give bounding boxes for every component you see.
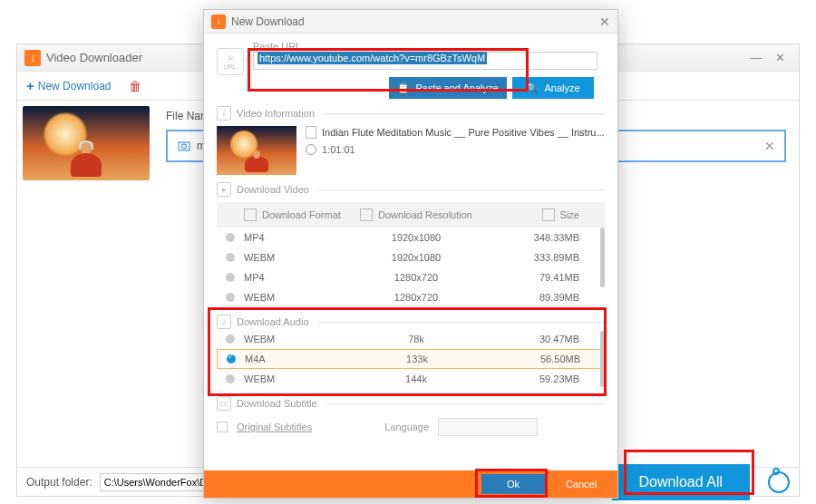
video-info-thumbnail [217, 126, 296, 175]
original-subtitles-label: Original Subtitles [237, 422, 312, 432]
ok-button[interactable]: Ok [481, 474, 545, 494]
paste-url-section: ⎘URL Paste URL https://www.youtube.com/w… [217, 41, 605, 99]
delete-button[interactable]: 🗑 [129, 79, 143, 93]
paste-url-label: Paste URL [253, 41, 605, 52]
video-rows: MP41920x1080348.33MB WEBM1920x1080333.89… [217, 228, 605, 307]
download-video-header: ▸ Download Video [217, 182, 605, 197]
output-folder-label: Output folder: [26, 476, 92, 489]
dialog-titlebar: ↓ New Download ✕ [204, 10, 617, 34]
audio-icon: ♪ [217, 315, 231, 329]
video-row[interactable]: WEBM1920x1080333.89MB [217, 247, 605, 267]
scrollbar[interactable] [600, 331, 605, 387]
video-row[interactable]: WEBM1280x72089.39MB [217, 287, 605, 307]
app-title: Video Downloader [46, 51, 142, 64]
cc-icon: CC [217, 396, 231, 411]
audio-row[interactable]: WEBM144k59.23MB [217, 369, 605, 389]
video-table-header: Download Format Download Resolution Size [217, 202, 605, 228]
video-row[interactable]: MP41920x1080348.33MB [217, 228, 605, 247]
schedule-icon[interactable] [768, 471, 790, 493]
download-subtitle-header: CC Download Subtitle [217, 396, 605, 411]
plus-icon: + [26, 78, 34, 93]
dialog-footer: Ok Cancel [204, 470, 617, 498]
document-icon [306, 126, 316, 139]
url-icon: ⎘URL [217, 48, 244, 75]
video-icon: ▸ [217, 182, 231, 197]
video-row[interactable]: MP41280x72079.41MB [217, 267, 605, 287]
url-input[interactable]: https://www.youtube.com/watch?v=mr8GBzTs… [253, 52, 597, 70]
size-icon [542, 208, 555, 221]
camera-icon [177, 139, 191, 153]
subtitle-row: Original Subtitles Language [217, 418, 605, 436]
clock-icon [306, 144, 316, 155]
original-subtitles-checkbox[interactable] [217, 422, 228, 432]
info-icon: i [217, 106, 231, 121]
svg-point-1 [182, 144, 187, 149]
paste-icon: 📋 [397, 82, 410, 94]
dialog-title: New Download [231, 15, 305, 28]
video-title: Indian Flute Meditation Music __ Pure Po… [322, 127, 605, 138]
minimize-button[interactable]: — [744, 49, 768, 67]
video-info: Indian Flute Meditation Music __ Pure Po… [217, 126, 605, 175]
new-download-dialog: ↓ New Download ✕ ⎘URL Paste URL https://… [203, 9, 618, 499]
cancel-button[interactable]: Cancel [545, 470, 617, 498]
format-icon [244, 208, 257, 221]
app-logo-icon: ↓ [24, 50, 41, 66]
download-all-button[interactable]: Download All [612, 464, 751, 500]
close-button[interactable]: ✕ [768, 49, 792, 67]
video-information-header: i Video Information [217, 106, 605, 121]
resolution-icon [360, 208, 373, 221]
dialog-close-button[interactable]: ✕ [599, 15, 610, 29]
thumbnail-column [17, 101, 153, 467]
video-duration: 1:01:01 [322, 144, 355, 155]
search-icon: 🔍 [526, 82, 539, 94]
new-download-label: New Download [38, 80, 112, 92]
audio-row[interactable]: WEBM78k30.47MB [217, 329, 605, 349]
scrollbar[interactable] [600, 228, 605, 287]
language-label: Language [384, 422, 429, 432]
audio-row[interactable]: M4A133k56.50MB [217, 349, 605, 369]
video-thumbnail[interactable] [23, 106, 150, 180]
paste-and-analyze-button[interactable]: 📋 Paste and Analyze [389, 77, 507, 99]
download-audio-header: ♪ Download Audio [217, 315, 605, 329]
remove-file-button[interactable]: ✕ [764, 139, 775, 153]
dialog-logo-icon: ↓ [211, 15, 226, 29]
audio-rows: WEBM78k30.47MB M4A133k56.50MB WEBM144k59… [217, 329, 605, 389]
language-select[interactable] [438, 418, 538, 436]
analyze-button[interactable]: 🔍 Analyze [512, 77, 594, 99]
new-download-button[interactable]: + New Download [26, 78, 111, 93]
